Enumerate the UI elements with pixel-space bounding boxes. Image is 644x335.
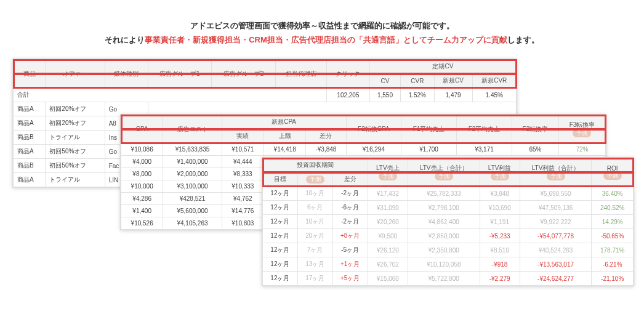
table-row: 12ヶ月17ヶ月+5ヶ月¥15,060¥5,722,800-¥2,279-¥24… bbox=[263, 272, 634, 286]
total-label: 合計 bbox=[14, 88, 327, 102]
col-offer: オファー bbox=[46, 60, 105, 88]
table-row: 12ヶ月10ヶ月-2ヶ月¥20,260¥4,862,400¥1,191¥9,92… bbox=[263, 215, 634, 229]
col-media: 媒体種別 bbox=[105, 60, 148, 88]
sub-forecast: 予測 bbox=[297, 172, 332, 187]
col-f1avg: F1平均売上 bbox=[401, 115, 457, 143]
sub-cv: CV bbox=[369, 74, 400, 88]
sub-diff: 差分 bbox=[332, 172, 368, 187]
ltv-table-panel: 投資回収期間 LTV売上予測 LTV売上（合計）予測 LTV利益予測 LTV利益… bbox=[262, 157, 634, 286]
col-newcpa: 新規CPA bbox=[222, 115, 346, 129]
header-row: CPA 広告コスト 新規CPA F2転換CPA F1平均売上 F2平均売上 F2… bbox=[121, 115, 606, 129]
col-adgroup1: 広告グループ1 bbox=[148, 60, 212, 88]
table-row: ¥10,086¥15,633,835¥10,571¥14,418-¥3,848¥… bbox=[121, 143, 606, 156]
sub-sabun: 差分 bbox=[306, 129, 346, 143]
col-cost: 広告コスト bbox=[163, 115, 222, 143]
col-f2avg: F2平均売上 bbox=[457, 115, 512, 143]
col-agency: 担当代理店 bbox=[275, 60, 326, 88]
ltv-table: 投資回収期間 LTV売上予測 LTV売上（合計）予測 LTV利益予測 LTV利益… bbox=[262, 158, 634, 286]
table-row: 12ヶ月10ヶ月-2ヶ月¥17,432¥25,782,333¥3,848¥5,6… bbox=[263, 187, 634, 201]
header-row: 投資回収期間 LTV売上予測 LTV売上（合計）予測 LTV利益予測 LTV利益… bbox=[263, 158, 634, 172]
col-ltvp: LTV利益予測 bbox=[480, 158, 520, 187]
sub-jougen: 上限 bbox=[264, 129, 306, 143]
table-row: 12ヶ月7ヶ月-5ヶ月¥26,120¥2,350,800¥8,510¥40,52… bbox=[263, 243, 634, 257]
heading-line1: アドエビスの管理画面で獲得効率～収益性まで網羅的に確認が可能です。 bbox=[0, 18, 644, 33]
heading-line2: それにより事業責任者・新規獲得担当・CRM担当・広告代理店担当の「共通言語」とし… bbox=[0, 33, 644, 47]
col-ltvpg: LTV利益（合計）予測 bbox=[520, 158, 592, 187]
sub-goal: 目標 bbox=[263, 172, 298, 187]
header-row: 商品 オファー 媒体種別 広告グループ1 広告グループ2 担当代理店 クリック … bbox=[14, 60, 517, 74]
total-row: 合計 102,205 1,550 1.52% 1,479 1.45% bbox=[14, 88, 517, 102]
col-cpa: CPA bbox=[121, 115, 163, 143]
col-roi: ROI予測 bbox=[592, 158, 634, 187]
col-period: 投資回収期間 bbox=[263, 158, 368, 172]
col-product: 商品 bbox=[14, 60, 46, 88]
col-ltvs: LTV売上予測 bbox=[368, 158, 408, 187]
table-row: 12ヶ月13ヶ月+1ヶ月¥26,702¥10,120,058-¥918-¥13,… bbox=[263, 257, 634, 272]
col-teiki-cv: 定期CV bbox=[369, 60, 516, 74]
col-f2rate: F2転換率 bbox=[512, 115, 558, 143]
sub-ncvr: 新規CVR bbox=[472, 74, 517, 88]
col-f3rate: F3転換率予測 bbox=[558, 115, 605, 143]
col-adgroup2: 広告グループ2 bbox=[212, 60, 276, 88]
sub-jisseki: 実績 bbox=[222, 129, 264, 143]
col-ltvsg: LTV売上（合計）予測 bbox=[408, 158, 480, 187]
sub-ncv: 新規CV bbox=[434, 74, 472, 88]
col-f2cpa: F2転換CPA bbox=[346, 115, 401, 143]
page-heading: アドエビスの管理画面で獲得効率～収益性まで網羅的に確認が可能です。 それにより事… bbox=[0, 18, 644, 47]
col-click: クリック bbox=[326, 60, 369, 88]
table-row: 12ヶ月6ヶ月-6ヶ月¥31,090¥2,798,100¥10,690¥47,5… bbox=[263, 201, 634, 215]
sub-cvr: CVR bbox=[401, 74, 435, 88]
table-row: 12ヶ月20ヶ月+8ヶ月¥9,500¥2,850,000-¥5,233-¥54,… bbox=[263, 229, 634, 243]
forecast-badge: 予測 bbox=[573, 129, 591, 137]
